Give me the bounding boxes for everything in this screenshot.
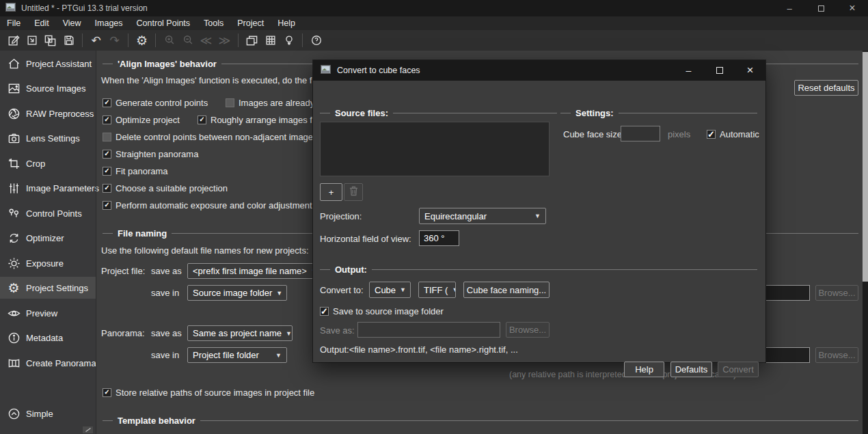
- checkbox-save-to-source-folder[interactable]: Save to source image folder: [320, 306, 444, 316]
- help-icon[interactable]: [307, 31, 325, 49]
- remove-source-file-button[interactable]: [344, 183, 363, 201]
- file-type-dropdown[interactable]: TIFF ( ▼: [418, 282, 456, 298]
- sidebar-item-simple[interactable]: Simple: [0, 403, 96, 424]
- source-files-list[interactable]: [320, 122, 550, 176]
- sidebar-item-optimizer[interactable]: Optimizer: [0, 227, 96, 249]
- chevron-down-icon: ▼: [275, 352, 282, 359]
- save-icon[interactable]: [59, 31, 78, 49]
- new-project-icon[interactable]: [4, 31, 23, 49]
- help-button[interactable]: Help: [624, 362, 664, 377]
- zoom-in-icon[interactable]: [160, 31, 178, 49]
- redo-icon[interactable]: ↷: [105, 31, 124, 49]
- preview-lightbulb-icon[interactable]: [280, 31, 298, 49]
- sidebar-item-source-images[interactable]: Source Images: [0, 77, 96, 99]
- menu-view[interactable]: View: [56, 16, 88, 30]
- save-as-label: save as: [151, 328, 182, 338]
- checkbox-straighten-panorama[interactable]: Straighten panorama: [103, 148, 198, 159]
- sidebar-corner-handle[interactable]: [83, 426, 93, 433]
- camera-icon: [7, 131, 21, 145]
- checkbox-roughly-arrange[interactable]: Roughly arrange images fir: [198, 114, 317, 125]
- panorama-save-as-dropdown[interactable]: Same as project name ▼: [187, 325, 293, 341]
- defaults-button[interactable]: Defaults: [670, 362, 712, 377]
- browse-button[interactable]: Browse...: [506, 322, 550, 338]
- sidebar-item-lens-settings[interactable]: Lens Settings: [0, 127, 96, 149]
- gear-icon[interactable]: ⚙: [133, 31, 151, 49]
- image-icon: [7, 81, 21, 95]
- detail-viewer-icon[interactable]: [261, 31, 280, 49]
- sidebar-item-raw-preprocess[interactable]: RAW Preprocess: [0, 103, 96, 124]
- browse-button[interactable]: Browse...: [815, 347, 858, 363]
- menu-help[interactable]: Help: [271, 16, 302, 30]
- duplicate-project-icon[interactable]: [41, 31, 59, 49]
- menu-tools[interactable]: Tools: [197, 16, 230, 30]
- add-source-file-button[interactable]: +: [320, 183, 342, 201]
- gear-icon: ⚙: [7, 281, 21, 295]
- trash-icon: [349, 186, 358, 198]
- menu-control-points[interactable]: Control Points: [130, 16, 198, 30]
- menu-edit[interactable]: Edit: [27, 16, 56, 30]
- sidebar-item-metadata[interactable]: Metadata: [0, 327, 96, 349]
- dialog-close-button[interactable]: ×: [735, 60, 765, 81]
- checkbox-optimize-project[interactable]: Optimize project: [103, 114, 180, 125]
- close-button[interactable]: ×: [837, 0, 868, 16]
- checkbox-delete-control-points[interactable]: Delete control points between non-adjace…: [103, 131, 313, 142]
- titlebar: Untitled * - PTGui 13.3 trial version – …: [0, 0, 868, 16]
- panorama-icon: [7, 356, 21, 370]
- zoom-out-icon[interactable]: [178, 31, 197, 49]
- sidebar-item-image-parameters[interactable]: Image Parameters: [0, 177, 96, 199]
- eye-icon: [7, 306, 21, 320]
- checkbox-auto-exposure[interactable]: Perform automatic exposure and color adj…: [103, 200, 312, 211]
- panorama-label: Panorama:: [101, 328, 145, 338]
- sidebar-item-project-assistant[interactable]: Project Assistant: [0, 53, 96, 74]
- cube-face-size-input[interactable]: [621, 126, 660, 141]
- save-as-label: Save as:: [320, 325, 355, 336]
- checkbox-icon: [103, 116, 111, 124]
- save-as-label: save as: [151, 266, 182, 276]
- cycle-arrows-icon: [7, 231, 21, 245]
- sidebar-item-create-panorama[interactable]: Create Panorama: [0, 352, 96, 374]
- project-save-as-dropdown[interactable]: <prefix first image file name> ▼: [187, 263, 317, 279]
- checkbox-choose-projection[interactable]: Choose a suitable projection: [103, 182, 228, 193]
- maximize-button[interactable]: [805, 0, 837, 16]
- dialog-minimize-button[interactable]: –: [673, 60, 704, 81]
- file-naming-description: Use the following default file names for…: [101, 245, 309, 256]
- sidebar-item-control-points[interactable]: Control Points: [0, 202, 96, 224]
- undo-icon[interactable]: ↶: [87, 31, 105, 49]
- menu-file[interactable]: File: [0, 16, 27, 30]
- open-project-icon[interactable]: [23, 31, 41, 49]
- menu-images[interactable]: Images: [88, 16, 130, 30]
- reset-defaults-button[interactable]: Reset defaults: [794, 80, 858, 96]
- browse-button[interactable]: Browse...: [815, 285, 858, 301]
- checkbox-fit-panorama[interactable]: Fit panorama: [103, 165, 168, 176]
- source-files-section-header: Source files:: [320, 108, 557, 118]
- menu-project[interactable]: Project: [230, 16, 271, 30]
- dialog-title: Convert to cube faces: [337, 66, 420, 75]
- sidebar-item-preview[interactable]: Preview: [0, 302, 96, 324]
- previous-images-icon[interactable]: ≪: [197, 31, 215, 49]
- checkbox-icon: [103, 98, 111, 107]
- next-images-icon[interactable]: ≫: [215, 31, 234, 49]
- panorama-editor-icon[interactable]: [243, 31, 261, 49]
- checkbox-generate-control-points[interactable]: Generate control points: [103, 97, 208, 108]
- convert-format-dropdown[interactable]: Cube ▼: [369, 282, 411, 298]
- convert-button[interactable]: Convert: [718, 362, 759, 377]
- panorama-save-in-dropdown[interactable]: Project file folder ▼: [187, 347, 287, 363]
- sidebar-item-project-settings[interactable]: ⚙ Project Settings: [0, 277, 96, 299]
- checkbox-store-relative-paths[interactable]: Store relative paths of source images in…: [103, 387, 314, 398]
- dialog-maximize-button[interactable]: [704, 60, 735, 81]
- scrollbar-thumb[interactable]: [863, 52, 868, 282]
- checkbox-automatic[interactable]: Automatic: [707, 128, 759, 139]
- save-as-input[interactable]: [357, 322, 500, 338]
- checkbox-images-already[interactable]: Images are already: [226, 97, 314, 108]
- crop-icon: [7, 157, 21, 170]
- hfov-input[interactable]: 360 °: [419, 230, 459, 246]
- window-title: Untitled * - PTGui 13.3 trial version: [21, 3, 148, 13]
- projection-label: Projection:: [320, 211, 362, 221]
- projection-dropdown[interactable]: Equirectangular ▼: [419, 208, 546, 224]
- cube-face-naming-button[interactable]: Cube face naming...: [463, 282, 550, 298]
- minimize-button[interactable]: –: [774, 0, 805, 16]
- dialog-body: Source files: Settings: + Projection: Eq…: [313, 81, 765, 362]
- project-save-in-dropdown[interactable]: Source image folder ▼: [187, 285, 287, 301]
- sidebar-item-exposure[interactable]: Exposure: [0, 252, 96, 274]
- sidebar-item-crop[interactable]: Crop: [0, 152, 96, 174]
